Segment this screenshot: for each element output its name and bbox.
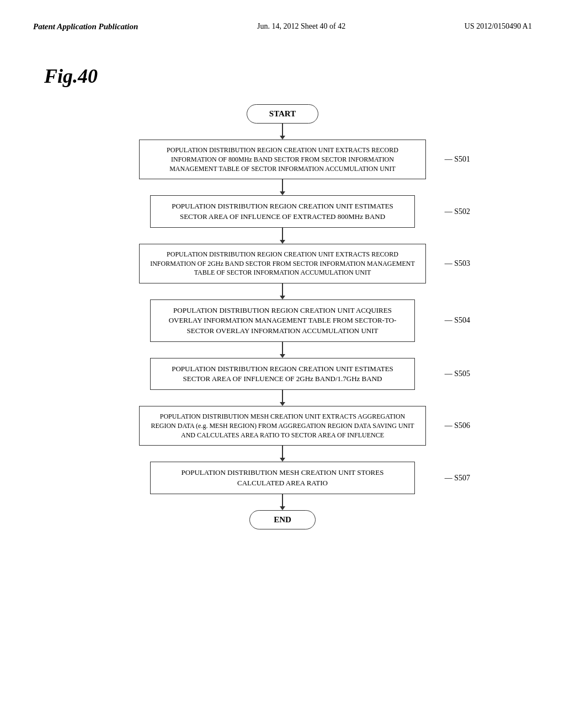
connector-s501-s502: [280, 179, 285, 195]
step-s504-text: POPULATION DISTRIBUTION REGION CREATION …: [169, 306, 397, 334]
connector-s505-s506: [280, 390, 285, 406]
step-row-s502: POPULATION DISTRIBUTION REGION CREATION …: [95, 195, 470, 227]
connector-s506-s507: [280, 446, 285, 462]
step-s501-dash: —: [445, 155, 455, 163]
header-publication-label: Patent Application Publication: [33, 22, 138, 31]
header: Patent Application Publication Jun. 14, …: [33, 22, 532, 31]
step-row-s506: POPULATION DISTRIBUTION MESH CREATION UN…: [95, 406, 470, 446]
step-s505-label: — S505: [445, 370, 470, 378]
end-node: END: [249, 510, 316, 529]
step-s507-text: POPULATION DISTRIBUTION MESH CREATION UN…: [182, 468, 384, 486]
step-s503-box: POPULATION DISTRIBUTION REGION CREATION …: [139, 244, 426, 283]
step-s506-label: — S506: [445, 421, 470, 430]
step-s501-text: POPULATION DISTRIBUTION REGION CREATION …: [167, 146, 398, 173]
step-s502-text: POPULATION DISTRIBUTION REGION CREATION …: [172, 202, 393, 220]
step-s501-label: — S501: [445, 155, 470, 164]
header-patent-number: US 2012/0150490 A1: [465, 22, 532, 31]
start-node: START: [247, 104, 318, 124]
connector-start-s501: [280, 124, 285, 140]
connector-s503-s504: [280, 283, 285, 299]
step-row-s503: POPULATION DISTRIBUTION REGION CREATION …: [95, 244, 470, 283]
step-s506-box: POPULATION DISTRIBUTION MESH CREATION UN…: [139, 406, 426, 446]
step-row-s504: POPULATION DISTRIBUTION REGION CREATION …: [95, 299, 470, 342]
step-row-s507: POPULATION DISTRIBUTION MESH CREATION UN…: [95, 462, 470, 494]
step-s507-box: POPULATION DISTRIBUTION MESH CREATION UN…: [150, 462, 415, 494]
step-s505-text: POPULATION DISTRIBUTION REGION CREATION …: [172, 365, 393, 383]
step-row-s505: POPULATION DISTRIBUTION REGION CREATION …: [95, 358, 470, 390]
step-s505-box: POPULATION DISTRIBUTION REGION CREATION …: [150, 358, 415, 390]
step-s506-text: POPULATION DISTRIBUTION MESH CREATION UN…: [151, 413, 414, 439]
connector-s504-s505: [280, 342, 285, 358]
step-row-s501: POPULATION DISTRIBUTION REGION CREATION …: [95, 140, 470, 179]
connector-s507-end: [280, 494, 285, 510]
step-s502-label: — S502: [445, 207, 470, 216]
step-s502-box: POPULATION DISTRIBUTION REGION CREATION …: [150, 195, 415, 227]
step-s504-box: POPULATION DISTRIBUTION REGION CREATION …: [150, 299, 415, 342]
step-s507-label: — S507: [445, 474, 470, 483]
page: Patent Application Publication Jun. 14, …: [0, 0, 565, 728]
step-s504-label: — S504: [445, 316, 470, 325]
connector-s502-s503: [280, 228, 285, 244]
step-s503-label: — S503: [445, 259, 470, 268]
step-s501-box: POPULATION DISTRIBUTION REGION CREATION …: [139, 140, 426, 179]
figure-title: Fig.40: [44, 65, 532, 88]
flowchart: START POPULATION DISTRIBUTION REGION CRE…: [33, 104, 532, 529]
header-date-sheet: Jun. 14, 2012 Sheet 40 of 42: [257, 22, 345, 31]
step-s503-text: POPULATION DISTRIBUTION REGION CREATION …: [150, 250, 415, 277]
